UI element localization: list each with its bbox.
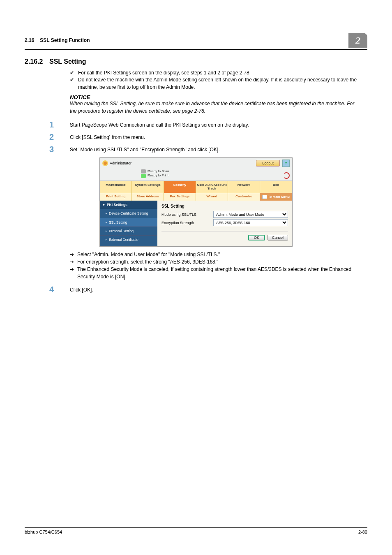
arrow-note: For encryption strength, select the stro… [70,258,359,266]
notice-text: When making the SSL Setting, be sure to … [70,100,359,115]
print-icon [141,174,146,178]
subtab-customize[interactable]: Customize [228,193,260,201]
side-item-label: External Certificate [109,238,138,242]
side-item-device-certificate[interactable]: Device Certificate Setting [100,209,157,217]
notice-label: NOTICE [70,94,367,100]
step-number-3: 3 [49,145,70,153]
refresh-icon[interactable] [283,172,290,179]
side-item-label: Device Certificate Setting [109,211,148,215]
step-number-4: 4 [49,285,70,294]
scan-icon [141,169,146,173]
arrow-note: The Enhanced Security Mode is canceled, … [70,266,359,280]
label-encryption-strength: Encryption Strength [161,221,210,225]
side-item-ssl-setting[interactable]: SSL Setting [100,218,157,227]
header-section-number: 2.16 [25,37,34,43]
heading-title: SSL Setting [49,58,86,65]
tab-maintenance[interactable]: Maintenance [100,181,132,193]
cancel-button[interactable]: Cancel [267,235,288,240]
select-mode-ssl-tls[interactable]: Admin. Mode and User Mode [213,211,288,218]
heading-number: 2.16.2 [25,58,49,65]
step-text-1: Start PageScope Web Connection and call … [70,120,359,129]
tab-security[interactable]: Security [164,181,196,193]
step-number-2: 2 [49,133,70,141]
arrow-note: Select "Admin. Mode and User Mode" for "… [70,251,359,258]
administrator-icon [102,160,108,166]
side-item-label: Protocol Setting [109,229,134,233]
side-item-label: SSL Setting [109,220,127,224]
side-header-label: PKI Settings [107,203,127,207]
status-scan: Ready to Scan [148,169,169,173]
step-text-2: Click [SSL Setting] from the menu. [70,133,359,141]
screenshot-panel: Administrator Logout ? Ready to Scan Rea… [99,157,293,247]
status-print: Ready to Print [148,173,168,178]
subtab-to-main-menu[interactable]: To Main Menu [260,193,292,201]
footer-model: bizhub C754/C654 [25,530,62,534]
tab-system-settings[interactable]: System Settings [132,181,164,193]
subtab-fax-settings[interactable]: Fax Settings [164,193,196,201]
administrator-label: Administrator [110,161,131,165]
subtab-print-setting[interactable]: Print Setting [100,193,132,201]
header-title: SSL Setting Function [40,37,90,43]
step-text-4: Click [OK]. [70,285,359,294]
to-main-label: To Main Menu [268,195,290,199]
side-header-pki-settings[interactable]: PKI Settings [100,201,157,209]
window-icon [262,195,267,199]
label-mode-ssl-tls: Mode using SSL/TLS [161,213,210,217]
step-number-1: 1 [49,120,70,129]
ok-button[interactable]: OK [248,235,265,240]
tab-network[interactable]: Network [228,181,260,193]
step-text-3: Set "Mode using SSL/TLS" and "Encryption… [70,145,359,153]
chapter-badge: 2 [348,33,367,48]
footer-page-number: 2-80 [358,530,367,534]
panel-title: SSL Setting [161,204,288,208]
checkmark-item: For call the PKI Settings screen on the … [70,69,359,76]
help-button[interactable]: ? [282,160,290,167]
select-encryption-strength[interactable]: AES-256, 3DES-168 [213,219,288,226]
tab-user-auth[interactable]: User Auth/Account Track [196,181,228,193]
logout-button[interactable]: Logout [256,160,280,166]
tab-box[interactable]: Box [260,181,292,193]
subtab-wizard[interactable]: Wizard [196,193,228,201]
checkmark-item: Do not leave the machine with the Admin … [70,76,359,91]
side-item-external-certificate[interactable]: External Certificate [100,235,157,244]
side-item-protocol-setting[interactable]: Protocol Setting [100,227,157,235]
subtab-store-address[interactable]: Store Address [132,193,164,201]
